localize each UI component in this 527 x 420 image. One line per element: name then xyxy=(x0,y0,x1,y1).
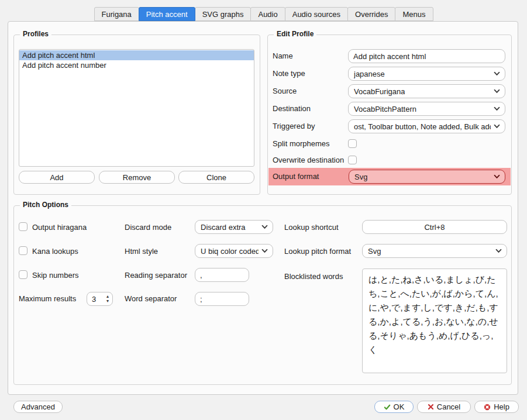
stepper-arrows-icon[interactable]: ▴▾ xyxy=(106,294,109,304)
add-profile-button-label: Add xyxy=(50,173,63,182)
profiles-list[interactable]: Add pitch accent html Add pitch accent n… xyxy=(19,49,254,167)
cancel-x-icon xyxy=(428,404,434,410)
skip-numbers-label: Skip numbers xyxy=(32,270,78,281)
tab-audio[interactable]: Audio xyxy=(250,7,285,21)
source-label: Source xyxy=(273,86,297,97)
edit-profile-group-title: Edit Profile xyxy=(274,30,316,38)
split-morphemes-label: Split morphemes xyxy=(273,139,330,149)
source-select[interactable]: VocabFurigana xyxy=(348,84,505,98)
source-value: VocabFurigana xyxy=(354,87,405,96)
help-lifebuoy-icon xyxy=(484,404,491,411)
output-format-highlight-row: Output format Svg xyxy=(268,168,511,185)
html-style-select[interactable]: U biq color coded xyxy=(195,244,273,258)
pitch-accent-panel: Profiles Add pitch accent html Add pitch… xyxy=(8,21,518,395)
lookup-shortcut-value: Ctrl+8 xyxy=(424,223,445,232)
reading-separator-label: Reading separator xyxy=(125,270,187,281)
kana-lookups-label: Kana lookups xyxy=(32,246,78,257)
tab-bar: Furigana Pitch accent SVG graphs Audio A… xyxy=(94,7,433,21)
advanced-button[interactable]: Advanced xyxy=(13,401,63,413)
lookup-shortcut-field[interactable]: Ctrl+8 xyxy=(362,220,507,234)
reading-separator-field[interactable] xyxy=(195,268,249,282)
profiles-groupbox: Profiles Add pitch accent html Add pitch… xyxy=(13,35,260,195)
destination-select[interactable]: VocabPitchPattern xyxy=(348,102,505,116)
chevron-down-icon xyxy=(261,225,268,229)
tab-furigana[interactable]: Furigana xyxy=(94,7,139,21)
add-profile-button[interactable]: Add xyxy=(19,171,95,184)
profiles-list-item[interactable]: Add pitch accent html xyxy=(19,50,254,60)
tab-overrides[interactable]: Overrides xyxy=(347,7,395,21)
help-button-label: Help xyxy=(494,402,509,411)
chevron-down-icon xyxy=(494,72,500,76)
lookup-pitch-format-value: Svg xyxy=(368,247,381,256)
lookup-pitch-format-select[interactable]: Svg xyxy=(362,244,507,258)
tab-svg-graphs[interactable]: SVG graphs xyxy=(195,7,252,21)
tab-menus[interactable]: Menus xyxy=(395,7,433,21)
help-button[interactable]: Help xyxy=(474,401,519,413)
maximum-results-value: 3 xyxy=(92,295,96,304)
tab-pitch-accent[interactable]: Pitch accent xyxy=(139,7,195,21)
discard-mode-label: Discard mode xyxy=(125,222,171,233)
ok-check-icon xyxy=(384,404,391,411)
word-separator-label: Word separator xyxy=(125,294,177,304)
destination-label: Destination xyxy=(273,104,311,114)
triggered-by-label: Triggered by xyxy=(273,121,315,132)
skip-numbers-checkbox[interactable] xyxy=(19,270,27,279)
clone-profile-button-label: Clone xyxy=(206,173,226,182)
split-morphemes-checkbox[interactable] xyxy=(348,139,357,148)
chevron-down-icon xyxy=(494,175,500,179)
blocklisted-words-textarea[interactable]: は,と,た,ね,さ,いる,ましょ,び,たち,こと,へ,たい,が,ば,から,て,ん… xyxy=(362,268,507,373)
word-separator-field[interactable] xyxy=(195,292,249,306)
output-format-value: Svg xyxy=(354,173,367,181)
preferences-dialog: { "tabs": [ {"label": "Furigana"}, {"lab… xyxy=(0,0,527,420)
remove-profile-button[interactable]: Remove xyxy=(99,171,175,184)
edit-profile-groupbox: Edit Profile Name Note type japanese Sou… xyxy=(267,35,512,195)
cancel-button[interactable]: Cancel xyxy=(417,401,471,413)
kana-lookups-checkbox[interactable] xyxy=(19,246,27,255)
remove-profile-button-label: Remove xyxy=(123,173,151,182)
chevron-down-icon xyxy=(495,249,502,253)
advanced-button-label: Advanced xyxy=(21,402,55,411)
lookup-pitch-format-label: Lookup pitch format xyxy=(284,246,351,257)
html-style-label: Html style xyxy=(125,246,158,257)
note-type-select[interactable]: japanese xyxy=(348,67,505,81)
note-type-value: japanese xyxy=(354,70,385,78)
discard-mode-value: Discard extra xyxy=(201,223,246,232)
pitch-options-group-title: Pitch Options xyxy=(20,201,71,209)
output-format-label: Output format xyxy=(273,171,319,182)
chevron-down-icon xyxy=(261,249,268,253)
lookup-shortcut-label: Lookup shortcut xyxy=(284,222,339,233)
note-type-label: Note type xyxy=(273,68,305,79)
maximum-results-label: Maximum results xyxy=(19,294,76,304)
profiles-group-title: Profiles xyxy=(20,30,51,38)
name-field[interactable] xyxy=(348,49,505,63)
output-hiragana-label: Output hiragana xyxy=(32,222,87,233)
discard-mode-select[interactable]: Discard extra xyxy=(195,220,273,234)
name-label: Name xyxy=(273,51,293,61)
blocklisted-words-label: Blocklisted words xyxy=(284,271,343,282)
output-hiragana-checkbox[interactable] xyxy=(19,222,27,231)
overwrite-destination-label: Overwrite destination xyxy=(273,155,344,166)
output-format-select[interactable]: Svg xyxy=(349,170,505,184)
triggered-by-value: ost, Toolbar button, Note added, Bulk ad… xyxy=(354,122,491,131)
ok-button[interactable]: OK xyxy=(374,401,414,413)
clone-profile-button[interactable]: Clone xyxy=(178,171,254,184)
tab-audio-sources[interactable]: Audio sources xyxy=(285,7,348,21)
html-style-value: U biq color coded xyxy=(201,247,259,256)
chevron-down-icon xyxy=(494,89,500,94)
profiles-list-item[interactable]: Add pitch accent number xyxy=(19,60,254,70)
pitch-options-groupbox: Pitch Options Output hiragana Kana looku… xyxy=(13,205,512,385)
triggered-by-select[interactable]: ost, Toolbar button, Note added, Bulk ad… xyxy=(348,119,505,133)
chevron-down-icon xyxy=(494,107,500,111)
cancel-button-label: Cancel xyxy=(437,402,460,411)
destination-value: VocabPitchPattern xyxy=(354,105,416,113)
ok-button-label: OK xyxy=(394,402,405,411)
chevron-down-icon xyxy=(494,125,500,129)
overwrite-destination-checkbox[interactable] xyxy=(348,156,357,164)
maximum-results-stepper[interactable]: 3 ▴▾ xyxy=(87,292,113,306)
